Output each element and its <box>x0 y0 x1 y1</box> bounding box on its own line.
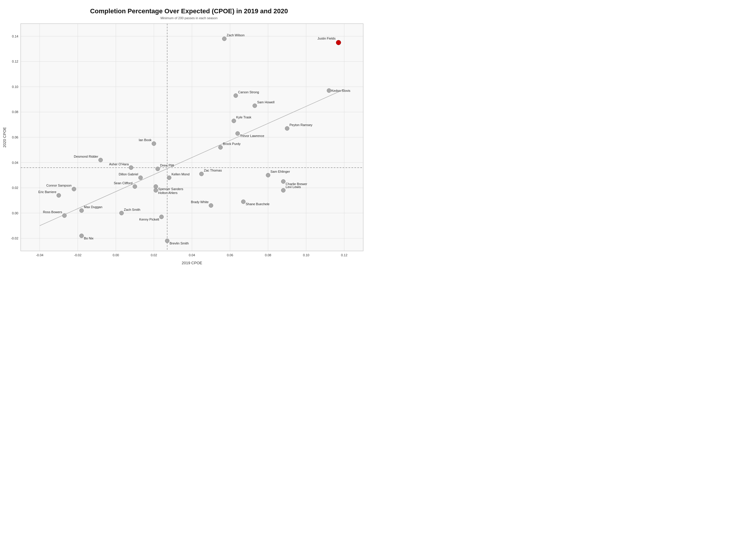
player-label: Bo Nix <box>84 236 93 240</box>
data-point <box>79 234 83 238</box>
scatter-plot: -0.04-0.020.000.020.040.060.080.100.12-0… <box>0 0 378 270</box>
player-label: Brock Purdy <box>223 142 241 146</box>
svg-text:-0.02: -0.02 <box>74 253 81 257</box>
player-label: Spencer Sanders <box>158 187 183 191</box>
chart-subtitle: Minimum of 200 passes in each season <box>160 16 217 20</box>
data-point <box>133 185 137 189</box>
x-axis-label: 2019 CPOE <box>182 261 202 265</box>
svg-text:0.14: 0.14 <box>12 35 18 38</box>
player-label: Asher O'Hara <box>109 162 129 166</box>
data-point <box>285 126 289 130</box>
y-axis-label: 2020 CPOE <box>2 127 7 148</box>
data-point <box>199 172 204 176</box>
data-point <box>209 203 213 207</box>
svg-text:-0.02: -0.02 <box>11 236 18 240</box>
player-label: Ian Book <box>139 138 152 142</box>
data-point <box>241 200 245 204</box>
player-label: Trevor Lawrence <box>240 134 264 138</box>
player-label: Kedon Slovis <box>331 89 351 92</box>
data-point <box>120 211 124 215</box>
player-label: Sean Clifford <box>114 181 132 185</box>
player-label: Drew Plitt <box>160 164 174 167</box>
player-label: Shane Buechele <box>246 202 270 206</box>
svg-text:0.06: 0.06 <box>12 136 18 139</box>
player-label: Justin Fields <box>317 37 336 40</box>
player-label: Brady White <box>191 200 209 204</box>
player-label: Kyle Trask <box>236 115 251 119</box>
player-label: Brevlin Smith <box>170 241 189 245</box>
player-label: Kellen Mond <box>172 173 190 176</box>
svg-text:0.12: 0.12 <box>341 253 347 257</box>
data-point <box>281 188 285 193</box>
data-point <box>159 215 164 219</box>
player-label: Sam Howell <box>257 100 275 104</box>
data-point <box>336 40 341 45</box>
data-point <box>165 239 169 243</box>
data-point <box>223 37 227 41</box>
data-point <box>219 145 223 149</box>
chart-title: Completion Percentage Over Expected (CPO… <box>90 7 288 15</box>
player-label: Holton Ahlers <box>158 191 178 195</box>
chart-container: -0.04-0.020.000.020.040.060.080.100.12-0… <box>0 0 378 270</box>
data-point <box>233 93 238 98</box>
player-label: Levi Lewis <box>286 185 301 189</box>
svg-text:0.10: 0.10 <box>303 253 309 257</box>
svg-text:0.02: 0.02 <box>12 186 18 190</box>
data-point <box>236 131 240 136</box>
svg-text:0.04: 0.04 <box>12 161 18 165</box>
svg-text:0.00: 0.00 <box>113 253 119 257</box>
player-label: Dillon Gabriel <box>119 173 138 176</box>
data-point <box>253 104 257 108</box>
data-point <box>79 208 83 212</box>
data-point <box>266 173 270 177</box>
svg-text:0.00: 0.00 <box>12 211 18 215</box>
player-label: Ross Bowers <box>43 210 62 214</box>
data-point <box>327 88 331 93</box>
player-label: Peyton Ramsey <box>289 123 312 127</box>
svg-text:0.04: 0.04 <box>189 253 195 257</box>
player-label: Zach Smith <box>124 208 141 211</box>
data-point <box>129 166 133 170</box>
svg-text:0.12: 0.12 <box>12 60 18 63</box>
player-label: Zac Thomas <box>204 169 222 172</box>
player-label: Max Duggan <box>84 205 102 209</box>
svg-text:0.10: 0.10 <box>12 85 18 88</box>
svg-text:-0.04: -0.04 <box>36 253 44 257</box>
player-label: Connor Sampson <box>46 184 72 187</box>
data-point <box>167 176 171 180</box>
data-point <box>232 119 236 123</box>
svg-text:0.06: 0.06 <box>227 253 233 257</box>
data-point <box>99 158 103 162</box>
data-point <box>57 194 61 198</box>
player-label: Zach Wilson <box>227 33 245 37</box>
data-point <box>62 213 67 217</box>
player-label: Kenny Pickett <box>139 217 159 221</box>
svg-text:0.08: 0.08 <box>12 110 18 114</box>
data-point <box>156 167 160 171</box>
player-label: Desmond Ridder <box>74 155 98 158</box>
data-point <box>154 188 158 193</box>
data-point <box>152 141 156 146</box>
data-point <box>154 185 158 189</box>
player-label: Carson Strong <box>238 90 259 94</box>
data-point <box>138 176 143 180</box>
data-point <box>72 187 76 191</box>
svg-text:0.08: 0.08 <box>265 253 271 257</box>
svg-text:0.02: 0.02 <box>151 253 157 257</box>
data-point <box>281 180 285 184</box>
player-label: Sam Ehlinger <box>270 170 290 173</box>
player-label: Eric Barriere <box>38 190 57 194</box>
